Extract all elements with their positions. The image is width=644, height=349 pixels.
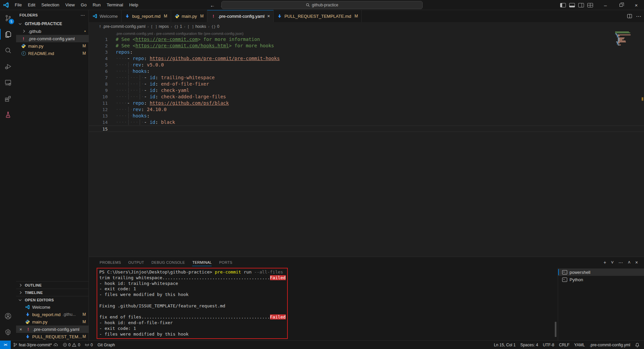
terminal-output[interactable]: PS C:\Users\Jinjoo\Desktop\github-practi… (89, 268, 558, 340)
toggle-panel-icon[interactable] (569, 3, 575, 7)
breadcrumb-item[interactable]: 1 (180, 24, 182, 29)
breadcrumb-item[interactable]: .pre-commit-config.yaml (103, 24, 146, 29)
panel-tab-terminal[interactable]: TERMINAL (192, 257, 212, 268)
activitybar-run-and-debug[interactable] (0, 58, 16, 74)
tab-welcome[interactable]: Welcome (89, 10, 121, 22)
tab--pre-commit-config-yaml[interactable]: !.pre-commit-config.yaml× (207, 10, 274, 22)
code-line[interactable]: 11····- repo: https://github.com/psf/bla… (89, 100, 644, 106)
panel-close-icon[interactable]: × (635, 260, 638, 265)
code-line[interactable]: 14····│···│·- id: black (89, 119, 644, 126)
menu-file[interactable]: File (12, 1, 25, 9)
minimap-line (615, 34, 639, 34)
toggle-secondary-sidebar-icon[interactable] (578, 3, 584, 7)
code-line[interactable]: 1# See <https://pre-commit.com> for more… (89, 36, 644, 43)
menu-selection[interactable]: Selection (38, 1, 62, 9)
minimize-button[interactable]: – (598, 0, 613, 10)
activitybar-search[interactable] (0, 42, 16, 58)
split-editor-icon[interactable] (627, 14, 632, 18)
ports-item[interactable]: 0 (83, 341, 95, 349)
sidebar-more-icon[interactable]: ⋯ (80, 13, 85, 18)
cursor-position[interactable]: Ln 15, Col 1 (491, 341, 518, 349)
code-line[interactable]: 4····- repo: https://github.com/pre-comm… (89, 55, 644, 62)
new-terminal-icon[interactable]: + (603, 260, 606, 265)
activitybar-source-control[interactable]: 5 (0, 10, 16, 26)
open-editor-pull-request-tem-[interactable]: PULL_REQUEST_TEM...M (16, 333, 89, 340)
minimap[interactable] (615, 32, 639, 47)
activitybar-accounts[interactable] (0, 308, 16, 324)
restore-button[interactable] (613, 0, 629, 10)
eol-sequence[interactable]: CRLF (557, 341, 572, 349)
code-line[interactable]: 10····│···│·- id: check-added-large-file… (89, 94, 644, 100)
tab-bug-report-md[interactable]: bug_report.mdM (121, 10, 171, 22)
tree-item--github[interactable]: .github• (16, 28, 89, 35)
encoding[interactable]: UTF-8 (541, 341, 557, 349)
indentation[interactable]: Spaces: 4 (518, 341, 540, 349)
menu-edit[interactable]: Edit (25, 1, 38, 9)
nav-back-icon[interactable]: ← (210, 2, 215, 8)
code-line[interactable]: 5····│·rev: v5.0.0 (89, 62, 644, 68)
menu-help[interactable]: Help (126, 1, 141, 9)
open-editor-bug-report-md[interactable]: bug_report.md.githu...M (16, 311, 89, 318)
section-open-editors[interactable]: OPEN EDITORS (16, 296, 89, 303)
breadcrumb-item[interactable]: hooks (195, 24, 206, 29)
breadcrumb-item[interactable]: 0 (217, 24, 219, 29)
command-center-search[interactable]: github-practice (221, 1, 423, 9)
tree-root-folder[interactable]: GITHUB-PRACTICE (16, 20, 89, 28)
remote-indicator[interactable]: >< (0, 341, 11, 349)
panel-more-icon[interactable]: ⋯ (619, 260, 623, 265)
panel-tab-ports[interactable]: PORTS (219, 257, 232, 268)
menu-view[interactable]: View (62, 1, 78, 9)
code-editor[interactable]: .pre-commit-config.yml - pre-commit conf… (89, 31, 644, 257)
code-line[interactable]: 6····│·hooks: (89, 68, 644, 74)
tree-item-main-py[interactable]: main.pyM (16, 42, 89, 50)
panel-tab-problems[interactable]: PROBLEMS (100, 257, 121, 268)
activitybar-testing[interactable] (0, 107, 16, 123)
close-editor-icon[interactable]: × (19, 327, 25, 332)
panel-tab-debug-console[interactable]: DEBUG CONSOLE (152, 257, 185, 268)
activitybar-settings[interactable] (0, 324, 16, 340)
code-lines[interactable]: 1# See <https://pre-commit.com> for more… (89, 36, 644, 132)
git-branch-item[interactable]: feat-3/pre-commit* (11, 341, 60, 349)
tree-item-readme-md[interactable]: iREADME.mdM (16, 50, 89, 57)
language-mode[interactable]: YAML (572, 341, 587, 349)
panel-tab-output[interactable]: OUTPUT (128, 257, 144, 268)
customize-layout-icon[interactable] (587, 3, 593, 7)
breadcrumb-item[interactable]: repos (159, 24, 169, 29)
terminal-instance-powershell[interactable]: >_powershell (558, 268, 644, 276)
git-graph-item[interactable]: Git Graph (95, 341, 117, 349)
open-editor-main-py[interactable]: main.pyM (16, 318, 89, 326)
menu-go[interactable]: Go (78, 1, 90, 9)
problems-item[interactable]: 0 0 (60, 341, 83, 349)
code-line[interactable]: 15 (89, 126, 644, 132)
yaml-schema[interactable]: .pre-commit-config.yml (587, 341, 633, 349)
terminal-scrollbar[interactable] (555, 322, 556, 337)
activitybar-remote-explorer[interactable] (0, 74, 16, 91)
terminal-dropdown-icon[interactable]: ˅ (611, 260, 613, 265)
close-button[interactable]: × (629, 0, 644, 10)
editor-more-actions-icon[interactable]: ⋯ (636, 13, 641, 19)
panel-maximize-icon[interactable]: ˄ (628, 260, 631, 265)
section-timeline[interactable]: TIMELINE (16, 289, 89, 296)
tab-pull-request-template-md[interactable]: PULL_REQUEST_TEMPLATE.mdM (274, 10, 362, 22)
code-line[interactable]: 7····│···│·- id: trailing-whitespace (89, 74, 644, 81)
activitybar-explorer[interactable] (0, 26, 16, 42)
open-editor-welcome[interactable]: Welcome (16, 303, 89, 311)
toggle-sidebar-icon[interactable] (560, 3, 566, 7)
line-content: ····│···│·- id: trailing-whitespace (116, 74, 215, 81)
open-editor--pre-commit-config-yaml[interactable]: ×!.pre-commit-config.yaml (16, 326, 89, 333)
tree-item--pre-commit-config-yaml[interactable]: !.pre-commit-config.yaml (16, 35, 89, 42)
menu-terminal[interactable]: Terminal (104, 1, 126, 9)
activitybar-extensions[interactable] (0, 91, 16, 107)
tab-close-icon[interactable]: × (267, 13, 270, 19)
section-outline[interactable]: OUTLINE (16, 281, 89, 289)
notifications-bell[interactable] (633, 341, 642, 349)
code-line[interactable]: 12····│·rev: 24.10.0 (89, 106, 644, 113)
code-line[interactable]: 13····│·hooks: (89, 113, 644, 119)
code-line[interactable]: 9····│···│·- id: check-yaml (89, 87, 644, 94)
tab-main-py[interactable]: main.pyM (171, 10, 208, 22)
code-line[interactable]: 8····│···│·- id: end-of-file-fixer (89, 81, 644, 87)
terminal-instance-python[interactable]: >_Python (558, 276, 644, 283)
code-line[interactable]: 3repos: (89, 49, 644, 55)
menu-run[interactable]: Run (90, 1, 104, 9)
code-line[interactable]: 2# See <https://pre-commit.com/hooks.htm… (89, 43, 644, 49)
